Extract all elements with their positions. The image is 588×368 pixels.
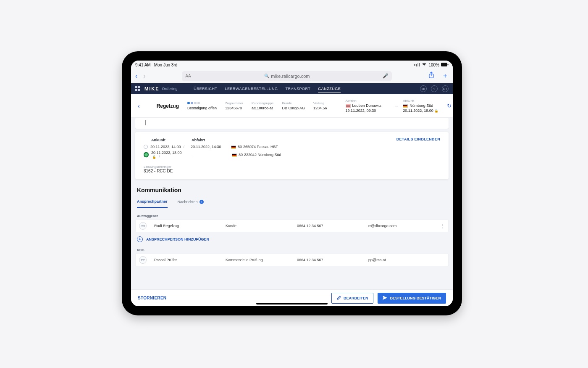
zugnummer-value: 12345678 bbox=[225, 106, 243, 110]
kunde-value: DB Cargo AG bbox=[282, 106, 305, 110]
provider-label: Leistungserbringer bbox=[144, 165, 440, 169]
kundengruppe-value: at1100rco-at bbox=[252, 106, 274, 110]
header-help-icon[interactable]: ? bbox=[431, 85, 438, 92]
page-title: Regelzug bbox=[157, 103, 179, 109]
order-summary-bar: ‹ Regelzug Bestätigung offen Zugnummer 1… bbox=[131, 94, 453, 118]
kundengruppe-label: Kundengruppe bbox=[252, 101, 274, 105]
back-button[interactable]: ‹ bbox=[138, 103, 140, 109]
contact-row-rcg: PP Pascal Prüfer Kommerzielle Prüfung 06… bbox=[135, 254, 449, 266]
new-tab-icon[interactable]: ＋ bbox=[442, 71, 449, 80]
add-contact-label: ANSPRECHPERSON HINZUFÜGEN bbox=[146, 237, 209, 241]
app-header: MIKE Ordering ÜBERSICHT LEERWAGENBESTELL… bbox=[131, 83, 453, 94]
status-date: Mon Jun 3rd bbox=[154, 63, 178, 67]
cellular-icon: •ıll bbox=[414, 63, 420, 67]
zugnummer-label: Zugnummer bbox=[225, 101, 243, 105]
group-label-client: Auftraggeber bbox=[137, 214, 447, 218]
tab-contacts[interactable]: Ansprechpartner bbox=[137, 196, 168, 208]
route-card: DETAILS EINBLENDEN Ankunft Abfahrt 20.11… bbox=[135, 132, 449, 179]
add-contact-button[interactable]: + ANSPRECHPERSON HINZUFÜGEN bbox=[137, 236, 447, 242]
contact-phone: 0664 12 34 567 bbox=[297, 258, 368, 262]
action-bar: STORNIEREN BEARBEITEN BESTELLUNG BESTÄTI… bbox=[131, 289, 453, 306]
abfahrt-label: Abfahrt bbox=[346, 99, 382, 103]
plus-icon: + bbox=[137, 236, 143, 242]
section-title-communication: Kommunikation bbox=[137, 187, 447, 193]
contact-phone: 0664 12 34 567 bbox=[297, 224, 368, 228]
confirm-label: BESTELLUNG BESTÄTIGEN bbox=[390, 296, 441, 300]
send-icon bbox=[383, 296, 387, 301]
browser-forward-icon: › bbox=[143, 72, 145, 80]
svg-rect-3 bbox=[135, 86, 137, 88]
ankunft-label: Ankunft bbox=[403, 99, 438, 103]
route-1-ank: 20.11.2022, 18:00 bbox=[151, 151, 182, 155]
lock-icon: 🔒 bbox=[152, 155, 156, 159]
svg-rect-6 bbox=[138, 89, 140, 91]
route-row-0: 20.11.2022, 14:00/ 20.11.2022, 14:30 80-… bbox=[144, 145, 440, 149]
tab-overview[interactable]: ÜBERSICHT bbox=[194, 87, 218, 91]
abfahrt-place: Leoben Donawitz bbox=[352, 103, 382, 108]
history-icon[interactable]: ↻ bbox=[447, 103, 452, 109]
destination-pin-icon bbox=[144, 152, 149, 158]
status-col: Bestätigung offen bbox=[187, 102, 217, 110]
vertrag-label: Vertrag bbox=[313, 101, 327, 105]
row-menu-icon[interactable]: ⋮ bbox=[440, 223, 445, 229]
contact-name: Pascal Prüfer bbox=[154, 258, 226, 262]
cancel-button[interactable]: STORNIEREN bbox=[138, 296, 166, 300]
ios-status-bar: 9:41 AM Mon Jun 3rd •ıll 100% bbox=[131, 61, 453, 69]
contact-role: Kunde bbox=[226, 224, 297, 228]
vertrag-value: 1234.56 bbox=[313, 106, 327, 110]
status-time: 9:41 AM bbox=[135, 63, 151, 67]
provider-value: 3162 - RCC DE bbox=[144, 169, 440, 173]
content-scroll[interactable]: DETAILS EINBLENDEN Ankunft Abfahrt 20.11… bbox=[131, 118, 453, 289]
top-nav-tabs: ÜBERSICHT LEERWAGENBESTELLUNG TRANSPORT … bbox=[194, 87, 341, 91]
pencil-icon bbox=[337, 296, 341, 301]
tab-messages-label: Nachrichten bbox=[178, 200, 198, 204]
tab-empty[interactable]: LEERWAGENBESTELLUNG bbox=[225, 87, 278, 91]
avatar: RR bbox=[139, 222, 147, 230]
group-label-rcg: RCG bbox=[137, 248, 447, 252]
svg-rect-0 bbox=[441, 63, 447, 66]
ankunft-time: 20.11.2022, 18:00 bbox=[403, 109, 433, 113]
mic-icon[interactable]: 🎤 bbox=[383, 73, 388, 79]
kunde-label: Kunde bbox=[282, 101, 305, 105]
search-icon: 🔍 bbox=[264, 74, 269, 78]
brand-section: Ordering bbox=[162, 87, 178, 91]
route-0-abf: 20.11.2022, 14:30 bbox=[191, 145, 231, 149]
header-user-avatar[interactable]: OT bbox=[442, 85, 449, 92]
share-icon[interactable] bbox=[428, 71, 434, 80]
avatar: PP bbox=[139, 256, 147, 264]
home-indicator bbox=[256, 303, 328, 304]
flag-at-icon bbox=[346, 104, 351, 108]
contact-row-client: RR Rudi Regelzug Kunde 0664 12 34 567 rr… bbox=[135, 220, 449, 232]
edit-button[interactable]: BEARBEITEN bbox=[331, 293, 374, 304]
browser-url-field[interactable]: AA 🔍 mike.railcargo.com 🎤 bbox=[182, 71, 392, 81]
route-hdr-abfahrt: Abfahrt bbox=[192, 138, 232, 142]
svg-rect-5 bbox=[135, 89, 137, 91]
apps-grid-icon[interactable] bbox=[135, 86, 140, 92]
communication-tabs: Ansprechpartner Nachrichten ? bbox=[135, 196, 449, 208]
confirm-button[interactable]: BESTELLUNG BESTÄTIGEN bbox=[378, 293, 446, 304]
reader-button[interactable]: AA bbox=[185, 74, 191, 78]
browser-back-icon[interactable]: ‹ bbox=[135, 72, 137, 80]
details-toggle[interactable]: DETAILS EINBLENDEN bbox=[396, 137, 440, 141]
tab-transport[interactable]: TRANSPORT bbox=[285, 87, 310, 91]
browser-toolbar: ‹ › AA 🔍 mike.railcargo.com 🎤 ＋ bbox=[131, 69, 453, 83]
abfahrt-time: 19.11.2022, 09:30 bbox=[346, 109, 382, 113]
route-row-1: 20.11.2022, 18:00🔒/ – 80-222042 Nürnberg… bbox=[144, 151, 440, 159]
waypoint-icon bbox=[144, 145, 148, 149]
flag-de-icon bbox=[232, 154, 237, 157]
brand-logo: MIKE bbox=[144, 86, 160, 91]
ipad-frame: 9:41 AM Mon Jun 3rd •ıll 100% ‹ › AA bbox=[122, 51, 462, 315]
route-arrow-icon: → bbox=[394, 103, 399, 109]
ankunft-place: Nürnberg Süd bbox=[410, 103, 433, 108]
battery-percent: 100% bbox=[428, 63, 439, 67]
contact-email: pp@rca.at bbox=[368, 258, 436, 262]
browser-url: mike.railcargo.com bbox=[271, 74, 310, 79]
header-badge-1[interactable]: 88 bbox=[420, 85, 427, 92]
contact-name: Rudi Regelzug bbox=[154, 224, 226, 228]
tab-trains[interactable]: GANZZÜGE bbox=[318, 87, 341, 91]
wifi-icon bbox=[422, 63, 427, 67]
status-text: Bestätigung offen bbox=[187, 106, 217, 110]
route-1-loc: 80-222042 Nürnberg Süd bbox=[239, 153, 281, 157]
lock-icon: 🔒 bbox=[434, 109, 438, 113]
tab-messages[interactable]: Nachrichten ? bbox=[178, 196, 204, 208]
